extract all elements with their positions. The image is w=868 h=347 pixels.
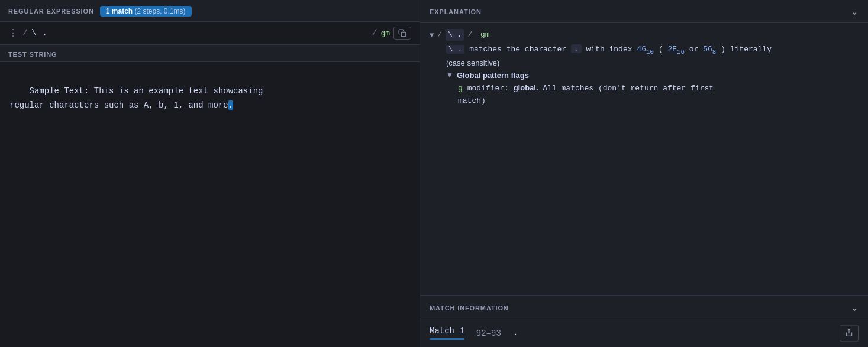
- modifier-desc: All matches (don't return after first: [543, 84, 714, 93]
- regex-section-label: REGULAR EXPRESSION: [8, 8, 94, 15]
- match-value: .: [513, 328, 518, 338]
- exp-paren-open: (: [659, 45, 663, 54]
- modifier-text: modifier:: [467, 84, 514, 93]
- explanation-collapse-chevron[interactable]: ⌄: [851, 7, 859, 17]
- exp-index-2E-sub: 16: [677, 48, 685, 56]
- exp-index-2E: 2E16: [667, 45, 685, 54]
- modifier-line-2: match): [430, 95, 859, 108]
- test-string-area[interactable]: Sample Text: This is an example text sho…: [0, 62, 420, 347]
- test-string-label: TEST STRING: [8, 51, 57, 58]
- regex-bar: ⋮ / \ . / gm: [0, 21, 420, 45]
- regex-slash-close: /: [372, 28, 377, 38]
- exp-slash-open: /: [437, 29, 442, 41]
- regex-dots-menu[interactable]: ⋮: [8, 27, 18, 39]
- explanation-label: EXPLANATION: [430, 8, 482, 15]
- global-flags-arrow[interactable]: ▼: [446, 71, 453, 79]
- exp-desc-pattern: \ .: [446, 45, 464, 54]
- modifier-g: g: [458, 84, 463, 93]
- regex-copy-button[interactable]: [393, 27, 411, 40]
- regex-slash-open: /: [22, 28, 28, 38]
- test-string-line1: Sample Text: This is an example text sho…: [9, 86, 263, 110]
- match-tab-underline: [430, 338, 464, 340]
- match-info-body: Match 1 92–93 .: [420, 319, 868, 347]
- exp-paren-close: ) literally: [721, 45, 772, 54]
- match-info-collapse-chevron[interactable]: ⌄: [851, 303, 859, 313]
- svg-rect-0: [401, 32, 406, 37]
- explanation-header: EXPLANATION ⌄: [420, 0, 868, 23]
- global-flags-header: ▼ Global pattern flags: [430, 71, 859, 80]
- exp-desc-text2: with index: [586, 45, 637, 54]
- right-panel: EXPLANATION ⌄ ▼ / \ . / gm \ . matches t…: [420, 0, 868, 347]
- exp-index-56: 568: [703, 45, 716, 54]
- regex-section-header: REGULAR EXPRESSION 1 match (2 steps, 0.1…: [0, 0, 420, 21]
- match-highlight: .: [228, 100, 233, 110]
- exp-flags: gm: [476, 29, 489, 41]
- exp-index-56-sub: 8: [712, 48, 717, 56]
- modifier-line: g modifier: global. All matches (don't r…: [430, 82, 859, 95]
- match-info-section: MATCH INFORMATION ⌄ Match 1 92–93 .: [420, 296, 868, 347]
- modifier-bold: global.: [514, 83, 538, 92]
- regex-pattern[interactable]: \ .: [31, 28, 368, 38]
- match-info-header: MATCH INFORMATION ⌄: [420, 296, 868, 319]
- regex-flags: gm: [380, 29, 390, 38]
- exp-slash-close: /: [467, 29, 472, 41]
- exp-pattern: \ .: [446, 29, 464, 41]
- test-string-header: TEST STRING: [0, 45, 420, 62]
- match-badge-count: 1 match: [106, 7, 133, 15]
- match-badge: 1 match (2 steps, 0.1ms): [100, 6, 192, 17]
- exp-description-line: \ . matches the character . with index 4…: [430, 43, 859, 57]
- match-range: 92–93: [476, 329, 501, 338]
- exp-case-sensitive: (case sensitive): [430, 59, 859, 67]
- exp-tree-arrow[interactable]: ▼: [430, 30, 434, 41]
- exp-index-46-sub: 10: [646, 48, 654, 56]
- exp-or: or: [689, 45, 703, 54]
- match-badge-steps: (2 steps, 0.1ms): [135, 7, 186, 15]
- modifier-desc2: match): [458, 96, 486, 105]
- match-info-label: MATCH INFORMATION: [430, 304, 509, 312]
- global-flags-label: Global pattern flags: [457, 71, 529, 80]
- exp-case-text: (case sensitive): [446, 59, 499, 67]
- exp-root-line: ▼ / \ . / gm: [430, 29, 859, 41]
- explanation-section: EXPLANATION ⌄ ▼ / \ . / gm \ . matches t…: [420, 0, 868, 296]
- explanation-body: ▼ / \ . / gm \ . matches the character .…: [420, 23, 868, 295]
- share-button[interactable]: [840, 325, 859, 342]
- match-tab-1[interactable]: Match 1: [430, 326, 464, 340]
- left-panel: REGULAR EXPRESSION 1 match (2 steps, 0.1…: [0, 0, 420, 347]
- exp-desc-dot: .: [571, 44, 582, 53]
- exp-desc-text1: matches the character: [469, 45, 571, 54]
- exp-index-46: 4610: [637, 45, 654, 54]
- match-tab-label: Match 1: [430, 326, 464, 336]
